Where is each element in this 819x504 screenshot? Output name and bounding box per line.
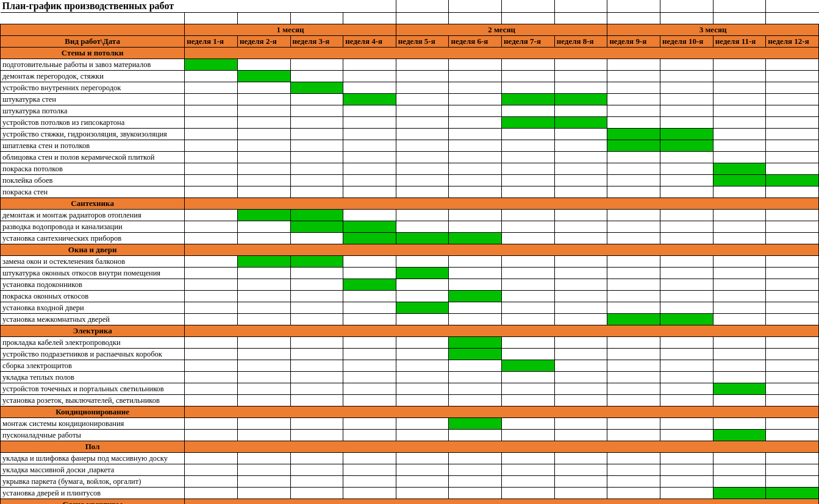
gantt-cell <box>502 175 555 186</box>
gantt-cell <box>290 337 343 349</box>
task-label: сборка электрощитов <box>1 360 185 372</box>
document-title: План-график производственных работ <box>1 0 396 13</box>
gantt-cell <box>185 395 238 406</box>
gantt-cell <box>607 186 660 198</box>
gantt-cell <box>185 302 238 314</box>
gantt-cell <box>713 59 766 71</box>
gantt-cell <box>502 152 555 163</box>
section-header: Окна и двери <box>1 244 185 256</box>
gantt-cell <box>607 221 660 233</box>
gantt-cell <box>343 71 396 82</box>
gantt-cell <box>660 418 713 430</box>
gantt-cell <box>766 349 819 360</box>
gantt-cell <box>449 163 502 175</box>
section-header: Пол <box>1 441 185 453</box>
gantt-cell <box>237 464 290 476</box>
gantt-cell <box>185 349 238 360</box>
empty-cell <box>237 13 290 24</box>
gantt-cell <box>502 94 555 105</box>
section-header-fill <box>185 198 819 210</box>
gantt-cell <box>713 488 766 499</box>
gantt-cell <box>607 349 660 360</box>
gantt-cell <box>343 395 396 406</box>
gantt-cell <box>607 94 660 105</box>
gantt-cell <box>185 163 238 175</box>
gantt-cell <box>713 418 766 430</box>
task-label: устройство внутренних перегородок <box>1 82 185 94</box>
empty-cell <box>502 13 555 24</box>
gantt-cell <box>237 175 290 186</box>
gantt-cell <box>713 372 766 383</box>
gantt-cell <box>449 256 502 268</box>
gantt-cell <box>607 163 660 175</box>
gantt-cell <box>343 464 396 476</box>
gantt-cell <box>185 82 238 94</box>
gantt-cell <box>660 221 713 233</box>
gantt-cell <box>185 256 238 268</box>
gantt-cell <box>449 418 502 430</box>
gantt-cell <box>449 337 502 349</box>
gantt-cell <box>502 349 555 360</box>
gantt-cell <box>290 117 343 129</box>
gantt-cell <box>185 210 238 221</box>
gantt-cell <box>607 372 660 383</box>
gantt-cell <box>766 210 819 221</box>
week-header: неделя 8-я <box>554 36 607 48</box>
gantt-cell <box>290 129 343 140</box>
gantt-cell <box>290 268 343 279</box>
gantt-cell <box>449 291 502 302</box>
gantt-cell <box>660 117 713 129</box>
gantt-cell <box>396 337 449 349</box>
gantt-cell <box>449 464 502 476</box>
task-label: установка дверей и плинтусов <box>1 488 185 499</box>
empty-cell <box>607 0 660 13</box>
gantt-cell <box>290 233 343 244</box>
empty-cell <box>713 0 766 13</box>
gantt-cell <box>660 476 713 488</box>
empty-cell <box>396 0 449 13</box>
gantt-cell <box>766 372 819 383</box>
empty-cell <box>660 0 713 13</box>
gantt-cell <box>449 268 502 279</box>
gantt-cell <box>185 59 238 71</box>
gantt-cell <box>449 430 502 441</box>
gantt-cell <box>185 279 238 291</box>
gantt-cell <box>396 360 449 372</box>
gantt-cell <box>502 430 555 441</box>
week-header: неделя 4-я <box>343 36 396 48</box>
gantt-cell <box>237 291 290 302</box>
task-label: облицовка стен и полов керамической плит… <box>1 152 185 163</box>
gantt-cell <box>554 395 607 406</box>
gantt-cell <box>502 302 555 314</box>
task-label: установка межкомнатных дверей <box>1 314 185 325</box>
gantt-cell <box>660 71 713 82</box>
section-header-fill <box>185 406 819 418</box>
task-label: укрывка паркета (бумага, войлок, оргалит… <box>1 476 185 488</box>
gantt-cell <box>766 383 819 395</box>
gantt-cell <box>396 476 449 488</box>
week-header: неделя 9-я <box>607 36 660 48</box>
gantt-cell <box>237 268 290 279</box>
gantt-cell <box>766 117 819 129</box>
gantt-cell <box>290 476 343 488</box>
gantt-cell <box>185 94 238 105</box>
gantt-cell <box>660 372 713 383</box>
gantt-cell <box>502 71 555 82</box>
gantt-cell <box>713 279 766 291</box>
gantt-cell <box>343 314 396 325</box>
task-label: укладка и шлифовка фанеры под массивную … <box>1 453 185 464</box>
task-label: демонтаж перегородок, стяжки <box>1 71 185 82</box>
gantt-cell <box>237 372 290 383</box>
gantt-cell <box>607 360 660 372</box>
gantt-cell <box>713 302 766 314</box>
gantt-cell <box>237 71 290 82</box>
gantt-cell <box>607 291 660 302</box>
gantt-cell <box>502 488 555 499</box>
gantt-cell <box>449 476 502 488</box>
gantt-cell <box>554 268 607 279</box>
gantt-cell <box>607 59 660 71</box>
gantt-cell <box>502 129 555 140</box>
gantt-cell <box>660 186 713 198</box>
gantt-cell <box>607 488 660 499</box>
gantt-cell <box>607 302 660 314</box>
